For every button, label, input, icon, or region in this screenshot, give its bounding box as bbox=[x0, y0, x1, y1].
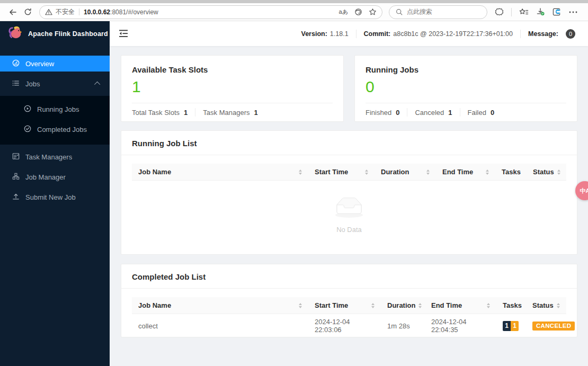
sidebar: Apache Flink Dashboard Overview Jobs bbox=[0, 21, 110, 366]
sidebar-item-completed-jobs[interactable]: Completed Jobs bbox=[0, 121, 110, 137]
sort-caret-icon[interactable] bbox=[296, 169, 302, 175]
browser-essentials-icon[interactable] bbox=[495, 7, 504, 16]
card-title: Running Jobs bbox=[366, 65, 566, 74]
sort-caret-icon[interactable] bbox=[554, 303, 560, 308]
browser-window: 不安全 10.0.0.62 :8081/#/overview aあ 点此搜索 bbox=[0, 0, 588, 366]
cluster-icon bbox=[12, 173, 20, 182]
jobs-submenu: Running Jobs Completed Jobs bbox=[0, 96, 110, 145]
flink-squirrel-logo-icon bbox=[7, 25, 23, 43]
sidebar-item-label: Task Managers bbox=[25, 153, 72, 161]
favorites-bar-icon[interactable] bbox=[519, 8, 529, 16]
status-cell: CANCELED bbox=[526, 314, 566, 338]
main-area: Version: 1.18.1 Commit: a8c8b1c @ 2023-1… bbox=[110, 21, 588, 366]
col-header-tasks: Tasks bbox=[496, 297, 526, 314]
sort-caret-icon[interactable] bbox=[554, 169, 560, 175]
available-slots-value: 1 bbox=[132, 77, 333, 96]
logo[interactable]: Apache Flink Dashboard bbox=[0, 21, 110, 46]
footer-value: 1 bbox=[254, 109, 257, 117]
col-header-end-time[interactable]: End Time bbox=[425, 297, 496, 314]
translate-icon[interactable]: aあ bbox=[339, 8, 348, 16]
downloads-icon[interactable] bbox=[536, 7, 545, 16]
flink-dashboard-app: Apache Flink Dashboard Overview Jobs bbox=[0, 21, 588, 366]
duration-cell: 1m 28s bbox=[381, 314, 425, 338]
completed-job-list-title: Completed Job List bbox=[121, 264, 577, 289]
sort-caret-icon[interactable] bbox=[368, 303, 375, 308]
sidebar-item-jobs[interactable]: Jobs bbox=[0, 76, 110, 92]
footer-label: Finished bbox=[366, 109, 391, 117]
commit-value: a8c8b1c @ 2023-12-19T22:17:36+01:00 bbox=[393, 30, 513, 38]
col-header-status[interactable]: Status bbox=[527, 164, 566, 181]
url-host: 10.0.0.62 bbox=[84, 8, 110, 16]
tasks-canceled-badge: 1 bbox=[511, 321, 519, 331]
menu-fold-button[interactable] bbox=[119, 30, 128, 38]
sort-caret-icon[interactable] bbox=[362, 169, 368, 175]
col-header-start-time[interactable]: Start Time bbox=[308, 297, 381, 314]
job-name-cell[interactable]: collect bbox=[132, 314, 308, 338]
completed-job-table: Job Name Start Time Duration End Time Ta… bbox=[132, 297, 566, 337]
sidebar-item-label: Completed Jobs bbox=[37, 126, 87, 133]
sort-caret-icon[interactable] bbox=[415, 303, 422, 308]
col-header-duration[interactable]: Duration bbox=[375, 164, 436, 181]
address-bar[interactable]: 不安全 10.0.0.62 :8081/#/overview aあ bbox=[39, 5, 382, 19]
favorite-star-icon[interactable] bbox=[369, 8, 377, 16]
footer-label: Failed bbox=[468, 109, 486, 117]
col-header-end-time[interactable]: End Time bbox=[436, 164, 495, 181]
toolbar-right-icons bbox=[495, 7, 577, 16]
sidebar-item-job-manager[interactable]: Job Manager bbox=[0, 169, 110, 185]
list-icon bbox=[12, 79, 20, 88]
empty-state: No Data bbox=[132, 181, 566, 251]
sort-caret-icon[interactable] bbox=[423, 169, 430, 175]
commit-label: Commit: bbox=[364, 30, 391, 38]
browser-toolbar: 不安全 10.0.0.62 :8081/#/overview aあ 点此搜索 bbox=[0, 3, 588, 21]
footer-label: Total Task Slots bbox=[132, 109, 180, 117]
col-header-job-name[interactable]: Job Name bbox=[132, 297, 308, 314]
running-job-table: Job Name Start Time Duration End Time Ta… bbox=[132, 164, 566, 181]
col-header-job-name[interactable]: Job Name bbox=[132, 164, 308, 181]
no-data-label: No Data bbox=[336, 226, 362, 234]
edge-swirl-icon[interactable] bbox=[354, 8, 362, 16]
footer-value: 0 bbox=[396, 109, 399, 117]
dashboard-gauge-icon bbox=[12, 59, 20, 68]
back-button[interactable] bbox=[5, 5, 20, 20]
sort-caret-icon[interactable] bbox=[296, 303, 302, 308]
completed-job-list-card: Completed Job List Job Name Start Time D… bbox=[121, 264, 577, 337]
security-warning-label[interactable]: 不安全 bbox=[56, 7, 75, 16]
url-path: :8081/#/overview bbox=[110, 8, 158, 16]
more-menu-icon[interactable] bbox=[569, 11, 577, 13]
check-circle-icon bbox=[24, 125, 31, 134]
running-job-list-card: Running Job List Job Name Start Time Dur… bbox=[121, 130, 577, 255]
col-header-start-time[interactable]: Start Time bbox=[308, 164, 375, 181]
address-divider bbox=[79, 8, 79, 15]
start-time-cell: 2024-12-04 22:03:06 bbox=[308, 314, 381, 338]
sort-caret-icon[interactable] bbox=[484, 303, 490, 308]
upload-icon bbox=[12, 193, 20, 202]
footer-value: 0 bbox=[491, 109, 494, 117]
sidebar-item-running-jobs[interactable]: Running Jobs bbox=[0, 101, 110, 117]
sidebar-item-label: Running Jobs bbox=[37, 105, 79, 113]
search-box[interactable]: 点此搜索 bbox=[389, 5, 487, 19]
security-warning-icon[interactable] bbox=[45, 8, 52, 15]
sidebar-item-label: Submit New Job bbox=[25, 193, 76, 201]
message-label: Message: bbox=[528, 30, 558, 38]
nav-menu: Overview Jobs Running Jobs bbox=[0, 46, 110, 209]
sidebar-item-task-managers[interactable]: Task Managers bbox=[0, 149, 110, 165]
version-label: Version: bbox=[301, 30, 327, 38]
table-row: collect 2024-12-04 22:03:06 1m 28s 2024-… bbox=[132, 314, 566, 338]
empty-box-icon bbox=[332, 198, 366, 221]
message-count-badge[interactable]: 0 bbox=[566, 29, 575, 39]
sidebar-item-submit-new-job[interactable]: Submit New Job bbox=[0, 189, 110, 205]
refresh-button[interactable] bbox=[20, 5, 35, 20]
footer-value: 1 bbox=[184, 109, 188, 117]
sidebar-item-overview[interactable]: Overview bbox=[0, 56, 110, 72]
tasks-total-badge: 1 bbox=[503, 321, 511, 331]
sidebar-item-label: Jobs bbox=[25, 80, 40, 88]
ie-mode-icon[interactable] bbox=[553, 7, 562, 16]
chevron-up-icon bbox=[94, 82, 100, 87]
footer-label: Task Managers bbox=[203, 109, 250, 117]
col-header-duration[interactable]: Duration bbox=[381, 297, 425, 314]
search-icon bbox=[396, 8, 403, 15]
sort-caret-icon[interactable] bbox=[483, 169, 489, 175]
refresh-icon bbox=[24, 8, 32, 16]
col-header-status[interactable]: Status bbox=[526, 297, 566, 314]
sidebar-item-label: Overview bbox=[25, 60, 54, 68]
